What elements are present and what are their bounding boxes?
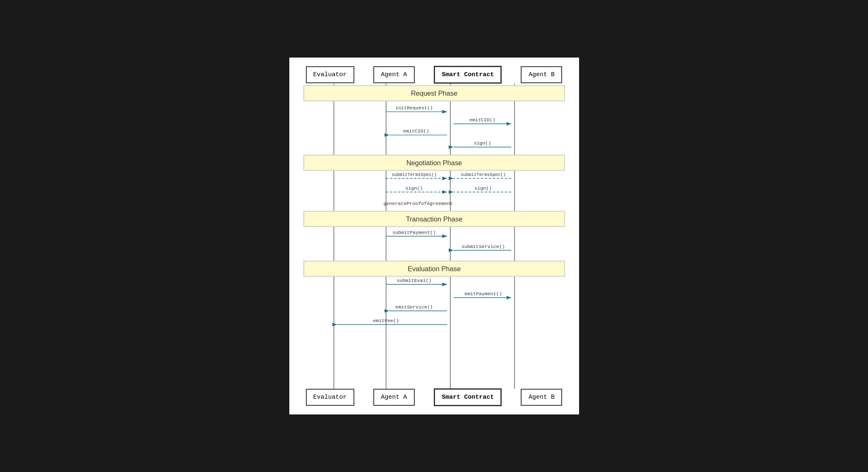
top-smartContract: Smart Contract [434,66,502,84]
msg-emitCID-right: emitCID() [469,117,495,123]
bottom-actors-row: Evaluator Agent A Smart Contract Agent B [302,388,567,406]
msg-submitPayment: submitPayment() [392,229,436,235]
msg-emitFee: emitFee() [373,318,399,323]
bottom-agentA: Agent A [373,389,415,406]
msg-submitEval: submitEval() [397,278,431,283]
evaluation-phase-label: Evaluation Phase [407,265,460,272]
top-actors-row: Evaluator Agent A Smart Contract Agent B [302,66,567,84]
sequence-diagram-svg: Request Phase initRequest() emitCID() em… [302,84,567,389]
bottom-evaluator: Evaluator [306,389,354,406]
request-phase-label: Request Phase [411,89,457,97]
msg-submitTermsSpec-B: submitTermsSpec() [460,172,505,177]
msg-sign-request: sign() [474,140,491,146]
msg-emitCID-left: emitCID() [403,128,429,134]
msg-sign-negB: sign() [474,185,492,191]
top-agentA: Agent A [373,66,415,83]
negotiation-phase-label: Negotiation Phase [406,159,462,166]
bottom-smartContract: Smart Contract [434,388,502,406]
top-agentB: Agent B [521,66,562,83]
top-evaluator: Evaluator [306,66,354,83]
msg-emitService: emitService() [395,304,433,310]
diagram-container: Evaluator Agent A Smart Contract Agent B [289,58,579,415]
msg-initRequest: initRequest() [395,105,433,111]
msg-sign-negA: sign() [405,185,423,191]
msg-emitPayment: emitPayment() [464,291,502,296]
msg-generateProof: generateProofofAgreement [383,200,452,206]
transaction-phase-label: Transaction Phase [406,215,462,222]
msg-submitTermsSpec-A: submitTermsSpec() [392,172,437,177]
bottom-agentB: Agent B [521,389,562,406]
msg-submitService: submitService() [461,243,505,249]
